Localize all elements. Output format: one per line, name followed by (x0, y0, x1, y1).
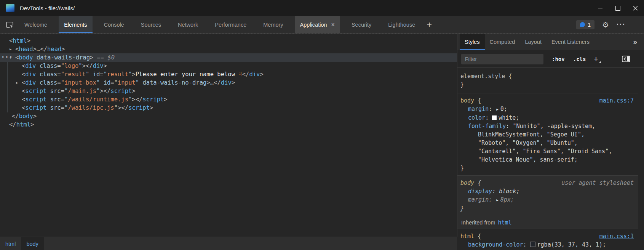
issues-count: 1 (588, 22, 591, 28)
css-property-value[interactable]: white; (499, 114, 519, 121)
css-property-value[interactable]: 8px; (500, 196, 514, 203)
css-property[interactable]: color: white; (460, 114, 634, 122)
css-selector[interactable]: html (460, 232, 474, 240)
rule-header: element.style { (460, 72, 634, 80)
more-tabs-button[interactable]: + (420, 16, 438, 33)
styles-tab-computed[interactable]: Computed (485, 34, 520, 50)
styles-tab-layout[interactable]: Layout (520, 34, 547, 50)
inherited-from-bar: Inherited fromhtml (457, 216, 638, 229)
dom-node-text: </body> (0, 112, 37, 120)
close-tab-icon[interactable]: × (331, 21, 335, 28)
tab-label: Application (300, 22, 327, 28)
dom-tree-row[interactable]: <div class="result" id="result">Please e… (0, 70, 457, 79)
styles-tab-event-listeners[interactable]: Event Listeners (547, 34, 594, 50)
css-property[interactable]: margin: ▶0; (460, 105, 634, 114)
dom-tree-row[interactable]: ···▼<body data-wails-drag>== $0 (0, 53, 457, 62)
more-options-icon[interactable]: ··· (617, 21, 626, 29)
tab-network[interactable]: Network (173, 16, 203, 33)
collapse-arrow-icon[interactable]: ▼ (10, 53, 11, 62)
tab-welcome[interactable]: Welcome (19, 16, 53, 33)
style-rule[interactable]: body {main.css:7margin: ▶0;color: white;… (457, 93, 638, 176)
tab-performance[interactable]: Performance (209, 16, 252, 33)
expand-value-icon[interactable]: ▶ (496, 105, 498, 114)
tab-sources[interactable]: Sources (136, 16, 166, 33)
dom-tree-row[interactable]: ▶<head>…</head> (0, 45, 457, 53)
color-swatch[interactable] (492, 115, 497, 120)
css-property-name[interactable]: color (468, 114, 485, 121)
inspect-cursor-icon (5, 20, 14, 29)
toggle-element-classes-button[interactable]: .cls (573, 56, 586, 62)
tab-console[interactable]: Console (99, 16, 129, 33)
minimize-button[interactable] (591, 0, 609, 16)
dom-node-text: <script src="/wails/runtime.js"></script… (0, 95, 168, 104)
style-rule[interactable]: html {main.css:1background-color: rgba(3… (457, 229, 638, 250)
dom-tree-row[interactable]: <div class="logo"></div> (0, 62, 457, 70)
elements-panel: <html>▶<head>…</head>···▼<body data-wail… (0, 34, 457, 237)
css-property-value[interactable]: block; (499, 188, 519, 195)
dom-tree-row[interactable]: <script src="/main.js"></script> (0, 87, 457, 95)
rule-header: html {main.css:1 (460, 232, 634, 240)
dom-tree-row[interactable]: <script src="/wails/ipc.js"></script> (0, 104, 457, 112)
dom-node-text: <script src="/wails/ipc.js"></script> (0, 104, 153, 112)
style-rule[interactable]: body {user agent stylesheetdisplay: bloc… (457, 176, 638, 216)
dom-tree-row[interactable]: </html> (0, 120, 457, 129)
css-property-name[interactable]: background-color (468, 241, 523, 248)
dom-tree-row[interactable]: <script src="/wails/runtime.js"></script… (0, 95, 457, 104)
dom-breadcrumbs: htmlbody (0, 237, 457, 250)
dom-tree-row[interactable]: <html> (0, 37, 457, 45)
tab-memory[interactable]: Memory (258, 16, 288, 33)
close-button[interactable] (626, 0, 644, 16)
issues-counter[interactable]: 1 (576, 20, 594, 29)
breadcrumb-html[interactable]: html (0, 237, 21, 250)
css-property[interactable]: font-family: "Nunito", -apple-system, (460, 122, 634, 130)
dom-tree: <html>▶<head>…</head>···▼<body data-wail… (0, 34, 457, 129)
maximize-button[interactable] (609, 0, 626, 16)
tab-label: Console (104, 22, 124, 28)
inspect-element-button[interactable] (0, 16, 19, 33)
css-property[interactable]: background-color: rgba(33, 37, 43, 1); (460, 240, 634, 249)
css-property-value[interactable]: rgba(33, 37, 43, 1); (537, 241, 606, 248)
tab-label: Elements (64, 22, 87, 28)
css-property-name[interactable]: margin (468, 106, 489, 112)
color-swatch[interactable] (530, 242, 535, 247)
tab-lighthouse[interactable]: Lighthouse (383, 16, 420, 33)
css-selector[interactable]: element.style (460, 72, 505, 80)
styles-toolbar: :hov .cls + (457, 50, 644, 68)
expand-arrow-icon[interactable]: ▶ (16, 79, 18, 87)
css-property-name[interactable]: font-family (468, 123, 506, 130)
tab-elements[interactable]: Elements (59, 16, 92, 33)
panel-tabs: WelcomeElementsConsoleSourcesNetworkPerf… (19, 16, 420, 33)
rule-header: body {main.css:7 (460, 96, 634, 105)
css-property[interactable]: margin: ▶8px; (460, 196, 634, 204)
tab-application[interactable]: Application× (295, 16, 340, 33)
css-property-value[interactable]: 0; (500, 106, 507, 112)
css-selector[interactable]: body (460, 179, 474, 187)
user-agent-stylesheet-label: user agent stylesheet (561, 179, 634, 187)
stylesheet-source-link[interactable]: main.css:7 (599, 96, 634, 105)
css-property-name[interactable]: margin (468, 196, 489, 203)
maximize-icon (615, 6, 620, 11)
inherited-element-link[interactable]: html (498, 219, 511, 226)
toggle-pseudo-state-button[interactable]: :hov (552, 56, 565, 62)
css-property-value[interactable]: "Nunito", -apple-system, (513, 123, 595, 130)
css-property[interactable]: display: block; (460, 187, 634, 196)
new-style-rule-button[interactable]: + (593, 54, 601, 64)
toolbar-right-icons: 1 ⚙ ··· (576, 16, 644, 33)
more-panels-chevron-icon[interactable]: » (633, 34, 637, 50)
css-selector[interactable]: body (460, 96, 474, 105)
settings-gear-icon[interactable]: ⚙ (602, 20, 609, 29)
expand-arrow-icon[interactable]: ▶ (10, 45, 11, 53)
styles-filter-input[interactable] (461, 54, 543, 64)
breadcrumb-body[interactable]: body (21, 237, 43, 250)
window-controls (591, 0, 644, 16)
css-property-name[interactable]: display (468, 188, 492, 195)
expand-value-icon[interactable]: ▶ (496, 196, 498, 204)
stylesheet-source-link[interactable]: main.css:1 (599, 232, 634, 240)
tab-security[interactable]: Security (346, 16, 377, 33)
dom-tree-row[interactable]: </body> (0, 112, 457, 120)
dom-tree-row[interactable]: ▶<div class="input-box" id="input" data-… (0, 79, 457, 87)
computed-sidebar-toggle-button[interactable] (622, 56, 630, 62)
css-value-wrap: "Roboto", "Oxygen", "Ubuntu", (460, 139, 634, 147)
styles-tab-styles[interactable]: Styles (460, 34, 485, 50)
style-rule[interactable]: element.style {} (457, 68, 638, 93)
